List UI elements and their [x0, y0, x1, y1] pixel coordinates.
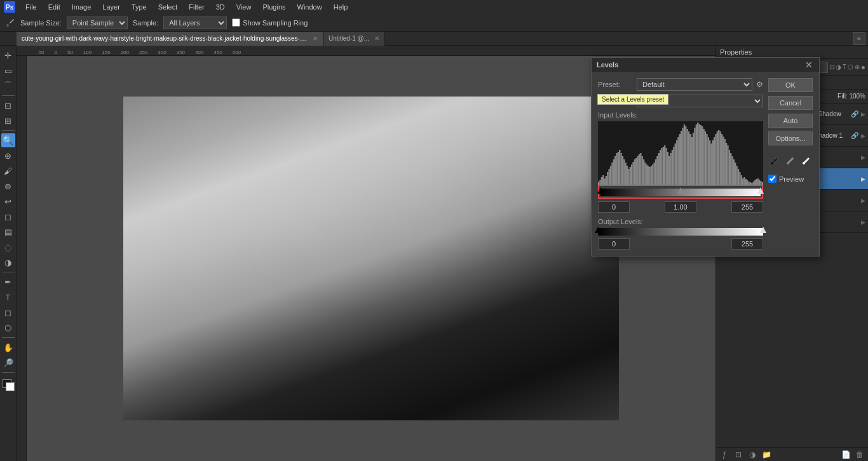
output-levels-gradient [598, 228, 763, 236]
active-tab[interactable]: cute-young-girl-with-dark-wavy-hairstyle… [17, 32, 323, 46]
sample-size-select[interactable]: Point Sample [67, 17, 128, 29]
stamp-tool[interactable]: ⊛ [1, 179, 15, 193]
pen-tool[interactable]: ✒ [1, 275, 15, 289]
heal-tool[interactable]: ⊕ [1, 149, 15, 163]
ok-button[interactable]: OK [768, 78, 813, 92]
svg-rect-48 [665, 148, 667, 185]
eyedropper-tool[interactable]: 🔍 [1, 133, 15, 147]
svg-rect-72 [702, 126, 703, 185]
svg-rect-40 [653, 163, 654, 185]
inactive-tab-close[interactable]: ✕ [374, 35, 379, 42]
gray-point-eyedropper[interactable] [784, 153, 797, 168]
ruler-mark: 250 [134, 50, 153, 55]
shape-filter-icon[interactable]: ⬡ [848, 63, 853, 70]
menu-filter[interactable]: Filter [184, 2, 209, 12]
new-fill-adjustment-button[interactable]: ◑ [747, 449, 758, 460]
svg-rect-42 [656, 156, 658, 185]
menu-plugins[interactable]: Plugins [257, 2, 290, 12]
menu-type[interactable]: Type [126, 2, 152, 12]
color-swatch[interactable] [1, 378, 15, 392]
zoom-tool[interactable]: 🔎 [1, 356, 15, 370]
menu-window[interactable]: Window [292, 2, 327, 12]
brush-tool[interactable]: 🖌 [1, 164, 15, 178]
black-input-value[interactable] [598, 201, 630, 213]
preset-label: Preset: [598, 81, 633, 88]
svg-rect-28 [635, 158, 637, 185]
white-input-value[interactable] [731, 201, 763, 213]
svg-rect-108 [756, 179, 757, 185]
white-point-eyedropper[interactable] [799, 153, 813, 168]
ruler-vertical [17, 56, 27, 461]
levels-close-button[interactable]: ✕ [804, 60, 814, 70]
new-group-button[interactable]: 📁 [761, 449, 772, 460]
sample-select[interactable]: All Layers [163, 17, 227, 29]
menu-image[interactable]: Image [67, 2, 97, 12]
svg-rect-9 [607, 172, 608, 185]
svg-rect-81 [715, 134, 716, 185]
marquee-tool[interactable]: ▭ [1, 63, 15, 77]
type-tool[interactable]: T [1, 290, 15, 304]
active-tab-close[interactable]: ✕ [313, 35, 318, 42]
svg-rect-96 [738, 169, 739, 185]
svg-rect-78 [710, 144, 712, 185]
text-filter-icon[interactable]: T [843, 63, 846, 70]
adjustment-filter-icon[interactable]: ◑ [836, 63, 841, 70]
menu-3d[interactable]: 3D [211, 2, 230, 12]
shape-tool[interactable]: ⬡ [1, 321, 15, 335]
menu-view[interactable]: View [231, 2, 257, 12]
preset-gear-icon[interactable]: ⚙ [756, 80, 763, 89]
gradient-tool[interactable]: ▤ [1, 225, 15, 239]
output-white-value[interactable] [731, 238, 763, 250]
hand-tool[interactable]: ✋ [1, 340, 15, 354]
path-tool[interactable]: ◻ [1, 305, 15, 319]
white-point-slider[interactable] [757, 187, 764, 194]
menu-help[interactable]: Help [329, 2, 353, 12]
show-sampling-ring-checkbox[interactable] [232, 18, 240, 27]
svg-rect-107 [754, 180, 756, 185]
options-toolbar: Sample Size: Point Sample Sample: All La… [0, 14, 868, 32]
delete-layer-button[interactable]: 🗑 [854, 449, 865, 460]
midtone-input-value[interactable] [665, 201, 696, 213]
menu-select[interactable]: Select [153, 2, 183, 12]
new-layer-button[interactable]: 📄 [840, 449, 851, 460]
menu-file[interactable]: File [20, 2, 42, 12]
midtone-slider[interactable] [677, 187, 684, 194]
svg-rect-49 [667, 152, 668, 185]
frame-tool[interactable]: ⊞ [1, 114, 15, 128]
svg-rect-71 [700, 125, 702, 185]
layer-expand-icon: ▶ [861, 133, 865, 139]
lasso-tool[interactable]: ⌒ [1, 79, 15, 93]
add-layer-style-button[interactable]: ƒ [719, 449, 730, 460]
add-mask-button[interactable]: ⊡ [733, 449, 744, 460]
black-point-slider[interactable] [597, 187, 604, 194]
menu-edit[interactable]: Edit [43, 2, 65, 12]
input-levels-gradient[interactable] [600, 189, 761, 196]
preview-checkbox[interactable] [768, 175, 776, 183]
svg-rect-45 [661, 148, 662, 185]
levels-titlebar[interactable]: Levels ✕ [592, 58, 819, 72]
eraser-tool[interactable]: ◻ [1, 210, 15, 224]
crop-tool[interactable]: ⊡ [1, 98, 15, 112]
move-tool[interactable]: ✛ [1, 48, 15, 62]
svg-rect-55 [676, 140, 677, 185]
cancel-button[interactable]: Cancel [768, 96, 813, 110]
output-white-slider[interactable] [760, 227, 766, 233]
pixel-filter-icon[interactable]: ⊡ [829, 63, 834, 70]
blur-tool[interactable]: ◌ [1, 240, 15, 254]
dodge-tool[interactable]: ◑ [1, 255, 15, 269]
output-black-slider[interactable] [595, 227, 601, 233]
preset-select[interactable]: Default [637, 78, 752, 91]
inactive-tab[interactable]: Untitled-1 @... ✕ [323, 32, 385, 46]
smart-filter-icon[interactable]: ⊕ [855, 63, 860, 70]
panel-toggle-icon[interactable]: ≡ [853, 32, 865, 45]
tab-bar: cute-young-girl-with-dark-wavy-hairstyle… [0, 32, 868, 46]
preset-row: Preset: Default ⚙ [598, 78, 763, 91]
menu-layer[interactable]: Layer [97, 2, 125, 12]
auto-button[interactable]: Auto [768, 114, 813, 128]
output-black-value[interactable] [598, 238, 630, 250]
filter-toggle-icon[interactable]: ● [861, 63, 865, 72]
black-point-eyedropper[interactable] [768, 153, 782, 168]
options-button[interactable]: Options... [768, 131, 813, 145]
show-sampling-ring-label[interactable]: Show Sampling Ring [232, 18, 308, 27]
history-tool[interactable]: ↩ [1, 194, 15, 208]
